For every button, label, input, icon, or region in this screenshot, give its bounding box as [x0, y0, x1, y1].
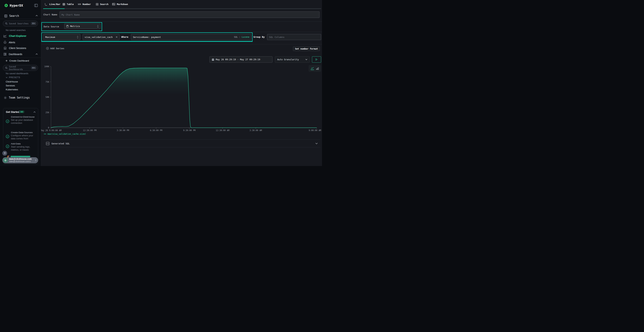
sidebar-section-search[interactable]: Search	[4, 14, 19, 18]
play-icon	[316, 58, 318, 61]
get-started-progress-badge: 3/3	[19, 110, 24, 113]
get-started-collapse-chevron-icon[interactable]	[34, 112, 36, 113]
where-label: Where	[121, 36, 128, 38]
svg-text:3:30:00 PM: 3:30:00 PM	[117, 129, 129, 132]
dashboards-collapse-chevron-icon[interactable]	[36, 54, 38, 55]
sidebar-item-dashboards[interactable]: Dashboards	[4, 53, 22, 56]
search-section-icon	[4, 14, 7, 18]
saved-searches-input[interactable]: Saved Searches ⌘K	[3, 20, 38, 26]
data-source-select[interactable]: Metrics	[64, 24, 100, 29]
create-dashboard-button[interactable]: Create Dashboard	[6, 60, 29, 62]
user-menu[interactable]: D dale@clickhouse.com dale@clickhouse.co…	[2, 157, 38, 163]
saved-searches-placeholder: Saved Searches	[9, 22, 30, 25]
granularity-value: Auto Granularity	[277, 58, 299, 61]
chevron-right-icon	[35, 159, 36, 161]
aggregation-value: Maximum	[45, 36, 55, 38]
tabbar-track	[43, 8, 321, 9]
shortcut-badge: ⌘K	[31, 66, 36, 70]
get-started-item-title: Create Data Sources	[11, 131, 37, 134]
search-collapse-chevron-icon[interactable]	[36, 15, 38, 16]
chart-series	[51, 68, 317, 128]
lang-separator: |	[239, 36, 240, 38]
sidebar-item-chart-explorer[interactable]: Chart Explorer	[4, 34, 26, 38]
tab-number[interactable]: 123 Number	[78, 0, 91, 8]
app-logo[interactable]: HyperDX	[4, 4, 23, 7]
tab-label: Search	[100, 3, 108, 6]
set-number-format-button[interactable]: Set number format	[293, 46, 320, 51]
app-title: HyperDX	[10, 4, 23, 7]
dashboards-icon	[4, 53, 6, 56]
updown-chevrons-icon	[77, 36, 78, 38]
svg-text:25K: 25K	[46, 111, 49, 114]
date-range-picker[interactable]: May 26 09:29:19 - May 27 09:29:19	[210, 56, 272, 62]
preset-item-services[interactable]: Services	[6, 84, 15, 87]
saved-dashboards-placeholder: Saved Dashboards	[9, 65, 30, 71]
lang-lucene-option[interactable]: Lucene	[242, 36, 249, 38]
tab-markdown[interactable]: Markdown	[112, 0, 128, 8]
get-started-item[interactable]: Create Data Sources Configure where your…	[11, 131, 37, 140]
get-started-item-title: Connect to ClickHouse	[11, 116, 37, 118]
chart-name-input[interactable]	[60, 12, 320, 18]
svg-text:3:30:00 AM: 3:30:00 AM	[250, 129, 262, 132]
avatar: D	[3, 158, 8, 163]
svg-text:6:30:00 PM: 6:30:00 PM	[150, 129, 162, 132]
list-icon	[96, 3, 98, 6]
where-filter: SQL | Lucene	[131, 34, 251, 40]
lang-sql-option[interactable]: SQL	[234, 36, 238, 38]
active-tab-underline	[43, 8, 64, 9]
sidebar: HyperDX Search Saved Searches ⌘K No save…	[0, 0, 41, 166]
granularity-select[interactable]: Auto Granularity	[275, 56, 310, 62]
get-started-item[interactable]: Connect to ClickHouse Set up your databa…	[11, 116, 37, 124]
get-started-item-subtitle: Start sending logs, metrics, or traces	[11, 145, 37, 151]
generated-sql-toggle[interactable]: Generated SQL	[44, 140, 320, 148]
search-section-label: Search	[9, 14, 19, 18]
check-circle-icon	[6, 135, 9, 138]
chevron-down-icon	[316, 143, 318, 144]
help-button[interactable]: ?	[2, 151, 7, 156]
hyperdx-logo-icon	[4, 4, 8, 7]
user-team: dale@clickhouse.com's	[9, 160, 34, 162]
metric-field-token[interactable]: visa_validation_cach	[83, 34, 120, 40]
create-dashboard-label: Create Dashboard	[9, 60, 29, 62]
date-range-value: May 26 09:29:19 - May 27 09:29:19	[216, 58, 260, 61]
saved-dashboards-input[interactable]: Saved Dashboards ⌘K	[3, 65, 38, 71]
team-settings-label: Team Settings	[9, 96, 30, 99]
sidebar-item-label: Chart Explorer	[9, 34, 26, 38]
bell-icon	[4, 41, 6, 44]
gear-icon	[4, 96, 7, 99]
timeseries-chart[interactable]: 025K50K75K100KMay 26 9:00:00 AM12:30:00 …	[41, 64, 322, 133]
divider	[41, 32, 322, 32]
group-by-label: Group By	[254, 36, 265, 38]
get-started-title: Get Started	[6, 110, 19, 114]
collapse-sidebar-icon[interactable]	[34, 4, 38, 7]
preset-item-clickhouse[interactable]: ClickHouse	[6, 80, 18, 83]
legend-series-label: max(visa_validation_cache.size)	[48, 133, 86, 135]
chart-legend[interactable]: max(visa_validation_cache.size)	[44, 133, 86, 135]
svg-text:9:00:00 AM: 9:00:00 AM	[309, 129, 321, 132]
aggregation-select[interactable]: Maximum	[43, 34, 80, 40]
presets-header[interactable]: PRESETS	[6, 76, 20, 79]
tab-table[interactable]: Table	[62, 0, 74, 8]
svg-text:12:30:00 AM: 12:30:00 AM	[216, 129, 229, 132]
sidebar-item-alerts[interactable]: Alerts	[4, 41, 15, 44]
sidebar-item-team-settings[interactable]: Team Settings	[4, 96, 30, 99]
where-input[interactable]	[131, 34, 251, 40]
get-started-item-title: Add Data	[11, 142, 37, 145]
tab-line-bar[interactable]: Line/Bar	[45, 0, 60, 8]
sidebar-item-client-sessions[interactable]: Client Sessions	[4, 47, 26, 50]
preset-item-kubernetes[interactable]: Kubernetes	[6, 88, 18, 91]
tab-label: Table	[67, 3, 74, 6]
calendar-icon	[212, 58, 214, 61]
group-by-input[interactable]	[267, 34, 321, 40]
add-series-label: Add Series	[50, 47, 64, 50]
generated-sql-label: Generated SQL	[52, 142, 70, 145]
check-circle-icon	[6, 120, 9, 123]
add-series-button[interactable]: Add Series	[46, 47, 64, 50]
get-started-item[interactable]: Add Data Start sending logs, metrics, or…	[11, 142, 37, 151]
search-icon	[5, 67, 8, 69]
remove-metric-icon[interactable]	[116, 36, 118, 38]
run-query-button[interactable]	[312, 56, 321, 62]
tab-search[interactable]: Search	[96, 0, 108, 8]
data-source-label: Data Source	[44, 25, 59, 28]
svg-text:0: 0	[48, 126, 49, 129]
